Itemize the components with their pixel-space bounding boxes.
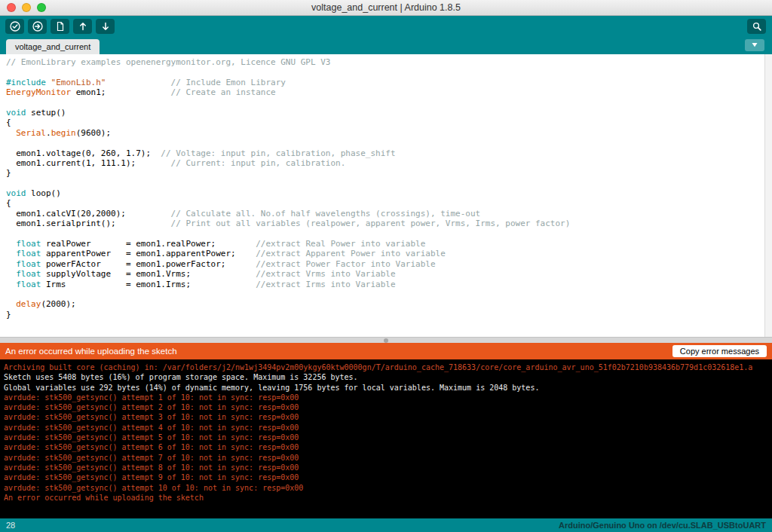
code-line: } — [6, 168, 772, 178]
code-line: emon1.current(1, 111.1); // Current: inp… — [6, 158, 772, 168]
arrow-up-icon — [77, 20, 89, 32]
console-line: avrdude: stk500_getsync() attempt 5 of 1… — [4, 433, 768, 442]
editor-vertical-scrollbar[interactable] — [764, 54, 772, 337]
code-line — [6, 289, 772, 299]
splitter-grip-icon — [384, 338, 388, 343]
tab-menu-button[interactable] — [745, 39, 764, 51]
console-line: avrdude: stk500_getsync() attempt 7 of 1… — [4, 453, 768, 463]
magnifier-icon — [751, 20, 763, 32]
code-line — [6, 138, 772, 148]
arduino-ide-window: voltage_and_current | Arduino 1.8.5 volt… — [0, 0, 772, 532]
tab-bar: voltage_and_current — [0, 36, 772, 54]
console-line: avrdude: stk500_getsync() attempt 9 of 1… — [4, 472, 768, 482]
code-line — [6, 67, 772, 77]
titlebar: voltage_and_current | Arduino 1.8.5 — [0, 0, 772, 16]
code-line: void setup() — [6, 108, 772, 118]
code-line: emon1.calcVI(20,2000); // Calculate all.… — [6, 209, 772, 219]
console-line: avrdude: stk500_getsync() attempt 6 of 1… — [4, 442, 768, 452]
save-sketch-button[interactable] — [96, 19, 115, 34]
verify-button[interactable] — [5, 19, 24, 34]
console-line: Sketch uses 5408 bytes (16%) of program … — [4, 372, 768, 382]
console-line: avrdude: stk500_getsync() attempt 2 of 1… — [4, 402, 768, 412]
zoom-window-button[interactable] — [37, 3, 46, 12]
code-line — [6, 179, 772, 188]
check-icon — [9, 20, 21, 32]
error-banner-message: An error occurred while uploading the sk… — [5, 347, 177, 356]
console-splitter[interactable] — [0, 337, 772, 343]
serial-monitor-button[interactable] — [747, 19, 766, 34]
upload-button[interactable] — [28, 19, 47, 34]
code-line: #include "EmonLib.h" // Include Emon Lib… — [6, 78, 772, 87]
console-line: Global variables use 292 bytes (14%) of … — [4, 383, 768, 393]
board-port-indicator: Arduino/Genuino Uno on /dev/cu.SLAB_USBt… — [559, 521, 766, 530]
code-line: float powerFActor = emon1.powerFactor; /… — [6, 259, 772, 269]
status-bar: 28 Arduino/Genuino Uno on /dev/cu.SLAB_U… — [0, 518, 772, 532]
code-line: emon1.voltage(0, 260, 1.7); // Voltage: … — [6, 148, 772, 158]
console-line: Archiving built core (caching) in: /var/… — [4, 362, 768, 372]
code-lines: // EmonLibrary examples openenergymonito… — [0, 54, 772, 320]
error-banner: An error occurred while uploading the sk… — [0, 343, 772, 359]
code-line — [6, 98, 772, 108]
copy-error-messages-button[interactable]: Copy error messages — [672, 345, 767, 357]
code-line: void loop() — [6, 188, 772, 198]
console-line: avrdude: stk500_getsync() attempt 1 of 1… — [4, 393, 768, 402]
code-editor[interactable]: // EmonLibrary examples openenergymonito… — [0, 54, 772, 337]
code-line: EnergyMonitor emon1; // Create an instan… — [6, 87, 772, 97]
code-line: float apparentPower = emon1.apparentPowe… — [6, 249, 772, 258]
arrow-right-icon — [32, 20, 44, 32]
toolbar — [0, 16, 772, 36]
line-number-indicator: 28 — [6, 521, 15, 530]
minimize-window-button[interactable] — [22, 3, 31, 12]
console-line: avrdude: stk500_getsync() attempt 4 of 1… — [4, 423, 768, 433]
new-sketch-button[interactable] — [51, 19, 69, 34]
code-line — [6, 229, 772, 239]
close-window-button[interactable] — [7, 3, 16, 12]
code-line: float realPower = emon1.realPower; //ext… — [6, 239, 772, 249]
tab-label: voltage_and_current — [15, 42, 90, 51]
code-line: } — [6, 310, 772, 320]
traffic-lights — [7, 0, 46, 15]
code-line: // EmonLibrary examples openenergymonito… — [6, 57, 772, 67]
code-line: { — [6, 118, 772, 127]
arrow-down-icon — [100, 20, 112, 32]
code-line: emon1.serialprint(); // Print out all va… — [6, 219, 772, 228]
code-line: float Irms = emon1.Irms; //extract Irms … — [6, 280, 772, 289]
window-title: voltage_and_current | Arduino 1.8.5 — [311, 2, 461, 13]
code-line: delay(2000); — [6, 299, 772, 309]
console-line: An error occurred while uploading the sk… — [4, 493, 768, 503]
tab-voltage-and-current[interactable]: voltage_and_current — [6, 39, 100, 54]
console-output[interactable]: Archiving built core (caching) in: /var/… — [0, 359, 772, 518]
new-document-icon — [54, 20, 66, 32]
console-line: avrdude: stk500_getsync() attempt 10 of … — [4, 483, 768, 493]
code-line: { — [6, 198, 772, 208]
code-line: float supplyVoltage = emon1.Vrms; //extr… — [6, 269, 772, 279]
console-line: avrdude: stk500_getsync() attempt 3 of 1… — [4, 412, 768, 422]
open-sketch-button[interactable] — [73, 19, 92, 34]
chevron-down-icon — [749, 40, 760, 51]
console-line: avrdude: stk500_getsync() attempt 8 of 1… — [4, 463, 768, 472]
code-line: Serial.begin(9600); — [6, 128, 772, 138]
